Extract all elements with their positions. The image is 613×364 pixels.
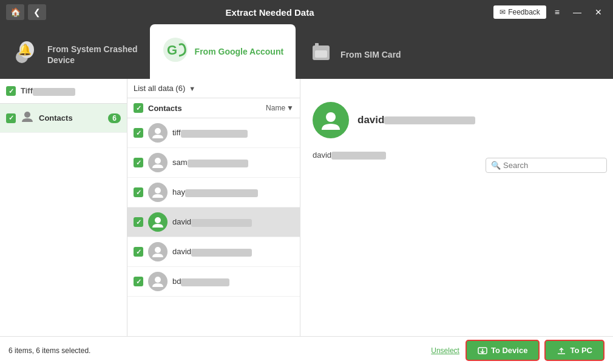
contact-avatar-5	[148, 242, 168, 261]
contact-name-1: tiff	[172, 128, 294, 137]
detail-avatar	[313, 102, 349, 138]
menu-button[interactable]: ≡	[550, 5, 564, 19]
svg-text:G: G	[167, 42, 177, 58]
contact-row-selected[interactable]: david	[127, 207, 300, 237]
sort-arrow-icon: ▼	[286, 104, 294, 112]
back-button[interactable]: ❮	[28, 4, 46, 20]
contact-avatar-3	[148, 183, 168, 202]
name-sort[interactable]: Name ▼	[266, 104, 294, 112]
svg-point-11	[155, 187, 161, 194]
crashed-icon: 🔔	[12, 38, 41, 72]
contacts-count: 6	[108, 113, 121, 123]
contact-avatar-4	[148, 212, 168, 232]
svg-point-15	[326, 112, 336, 122]
mail-icon: ✉	[500, 8, 506, 16]
detail-name: david	[357, 114, 475, 126]
svg-rect-7	[315, 50, 327, 58]
tab-bar: 🔔 From System CrashedDevice G From Googl…	[0, 24, 613, 79]
svg-point-12	[155, 217, 161, 223]
sidebar-user-title: Tiff	[21, 86, 75, 95]
sidebar: Tiff Contacts 6	[0, 79, 127, 336]
tab-google[interactable]: G From Google Account	[150, 24, 296, 79]
feedback-button[interactable]: ✉ Feedback	[493, 5, 546, 19]
contacts-icon	[21, 110, 34, 126]
dropdown-arrow-icon: ▼	[189, 85, 195, 92]
unselect-link[interactable]: Unselect	[431, 346, 459, 355]
to-pc-icon	[557, 345, 566, 356]
contact-avatar-2	[148, 153, 168, 172]
search-bar[interactable]: 🔍	[486, 158, 607, 173]
contact-checkbox-4[interactable]	[134, 217, 143, 227]
to-device-icon	[478, 345, 487, 356]
contact-row[interactable]: tiff	[127, 118, 300, 148]
sidebar-header: Tiff	[0, 79, 127, 104]
list-toolbar[interactable]: List all data (6) ▼	[127, 79, 300, 98]
list-toolbar-label: List all data (6)	[134, 84, 185, 93]
contact-checkbox-5[interactable]	[134, 247, 143, 257]
svg-text:🔔: 🔔	[18, 43, 32, 56]
detail-area: 🔍 david david	[300, 79, 613, 336]
contact-name-4: david	[172, 217, 294, 226]
to-device-label: To Device	[491, 346, 527, 355]
contact-list-area: List all data (6) ▼ Contacts Name ▼	[127, 79, 300, 336]
bottom-bar: 6 items, 6 items selected. Unselect To D…	[0, 336, 613, 364]
contacts-label: Contacts	[39, 113, 103, 123]
to-device-button[interactable]: To Device	[466, 340, 540, 361]
svg-point-14	[155, 277, 161, 283]
action-buttons: To Device To PC	[466, 340, 605, 361]
contact-row[interactable]: bd	[127, 267, 300, 297]
tab-crashed-label: From System CrashedDevice	[47, 44, 138, 66]
tab-sim[interactable]: From SIM Card	[296, 30, 413, 79]
svg-point-10	[155, 158, 161, 164]
contact-list-items: tiff sam hay	[127, 118, 300, 336]
tab-crashed[interactable]: 🔔 From System CrashedDevice	[0, 30, 150, 79]
sidebar-item-contacts[interactable]: Contacts 6	[0, 104, 127, 133]
page-title: Extract Needed Data	[46, 7, 493, 18]
minimize-button[interactable]: —	[568, 5, 586, 19]
close-button[interactable]: ✕	[590, 5, 607, 19]
contact-row[interactable]: sam	[127, 148, 300, 178]
contact-row[interactable]: hay	[127, 178, 300, 207]
tab-sim-label: From SIM Card	[340, 49, 401, 60]
contact-checkbox-1[interactable]	[134, 128, 143, 138]
svg-rect-6	[315, 43, 319, 48]
contact-name-3: hay	[172, 187, 294, 197]
contact-checkbox-2[interactable]	[134, 158, 143, 167]
name-sort-label: Name	[266, 104, 285, 112]
tab-google-label: From Google Account	[195, 46, 283, 57]
svg-point-8	[24, 112, 30, 118]
home-button[interactable]: 🏠	[6, 4, 24, 20]
svg-point-9	[155, 128, 161, 134]
contacts-checkbox[interactable]	[6, 113, 16, 123]
contact-name-6: bd	[172, 277, 294, 286]
contact-name-2: sam	[172, 158, 294, 167]
title-bar: 🏠 ❮ Extract Needed Data ✉ Feedback ≡ — ✕	[0, 0, 613, 24]
list-header-label: Contacts	[148, 104, 261, 113]
contact-name-5: david	[172, 247, 294, 256]
svg-point-13	[155, 247, 161, 253]
search-input[interactable]	[503, 161, 601, 170]
detail-header: david	[313, 102, 601, 144]
to-pc-button[interactable]: To PC	[544, 340, 605, 361]
main-content: Tiff Contacts 6 List all data (6) ▼	[0, 79, 613, 336]
contact-avatar-1	[148, 123, 168, 143]
list-header: Contacts Name ▼	[127, 98, 300, 118]
feedback-label: Feedback	[508, 8, 540, 16]
sidebar-checkbox[interactable]	[6, 86, 16, 96]
contact-checkbox-6[interactable]	[134, 277, 143, 286]
google-icon: G	[162, 36, 189, 67]
status-text: 6 items, 6 items selected.	[8, 346, 425, 355]
contact-avatar-6	[148, 272, 168, 291]
sim-icon	[308, 39, 334, 70]
to-pc-label: To PC	[570, 346, 592, 355]
contact-row[interactable]: david	[127, 237, 300, 267]
list-header-checkbox[interactable]	[134, 103, 143, 113]
contact-checkbox-3[interactable]	[134, 187, 143, 197]
search-icon: 🔍	[491, 161, 501, 170]
